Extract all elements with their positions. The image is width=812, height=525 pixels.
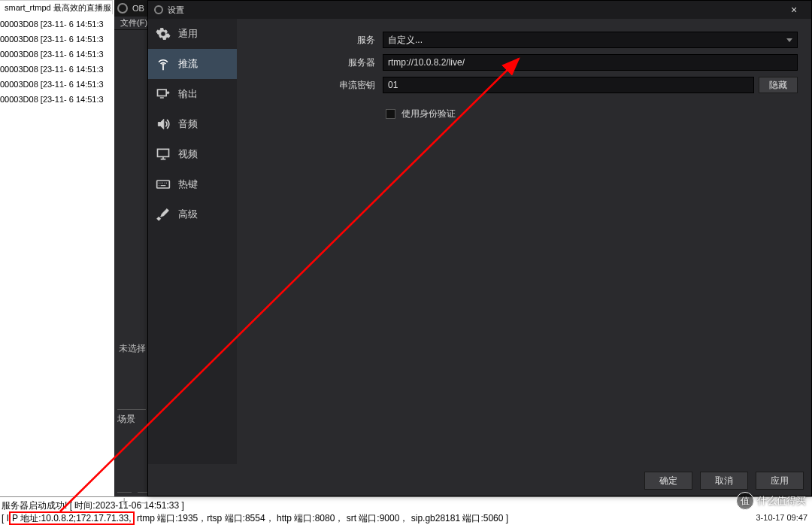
log-line: 00003D08 [23-11- 6 14:51:3 (0, 62, 113, 77)
auth-checkbox-row[interactable]: 使用身份验证 (386, 108, 798, 120)
monitor-icon (156, 147, 171, 162)
sidebar-item-hotkeys[interactable]: 热键 (148, 169, 237, 199)
svg-point-0 (162, 64, 165, 66)
stream-key-label: 串流密钥 (250, 79, 383, 92)
settings-sidebar: 通用 推流 输出 音频 视频 热键 (148, 19, 237, 464)
obs-logo-icon (117, 3, 128, 14)
dialog-titlebar[interactable]: 设置 × (148, 1, 811, 19)
watermark-icon: 值 (736, 492, 754, 510)
server-input[interactable]: rtmp://10.0.8.2/live/ (383, 54, 798, 71)
gear-icon (156, 26, 171, 41)
status-line-2: [ IP 地址:10.0.8.2;172.17.71.33, rtmp 端口:1… (2, 511, 810, 525)
watermark-text: 什么值得买 (757, 494, 806, 508)
log-line: 00003D08 [23-11- 6 14:51:3 (0, 17, 113, 32)
sidebar-item-label: 热键 (178, 178, 198, 191)
output-icon (156, 86, 171, 102)
server-label: 服务器 (250, 56, 383, 69)
watermark: 值 什么值得买 (736, 492, 806, 510)
tools-icon (156, 207, 171, 222)
svg-rect-2 (158, 149, 169, 156)
sidebar-item-label: 高级 (178, 208, 198, 221)
scenes-panel-label: 场景 (117, 409, 146, 426)
sidebar-item-output[interactable]: 输出 (148, 79, 237, 109)
obs-logo-icon (154, 5, 163, 14)
speaker-icon (156, 117, 171, 132)
log-line: 00003D08 [23-11- 6 14:51:3 (0, 92, 113, 107)
add-scene-button[interactable]: + (117, 492, 132, 511)
hide-button[interactable]: 隐藏 (759, 77, 798, 93)
sidebar-item-audio[interactable]: 音频 (148, 109, 237, 139)
log-line: 00003D08 [23-11- 6 14:51:3 (0, 32, 113, 47)
settings-content: 服务 自定义... 服务器 rtmp://10.0.8.2/live/ 串流密钥… (237, 19, 811, 464)
settings-dialog: 设置 × 通用 推流 输出 音频 视频 (147, 0, 812, 496)
log-line: 00003D08 [23-11- 6 14:51:3 (0, 47, 113, 62)
obs-title: OB (132, 4, 144, 13)
antenna-icon (156, 56, 171, 71)
svg-rect-3 (157, 181, 170, 188)
ip-highlight-box: P 地址:10.0.8.2;172.17.71.33, (9, 511, 135, 525)
log-line: 00003D08 [23-11- 6 14:51:3 (0, 77, 113, 92)
sidebar-item-label: 音频 (178, 117, 198, 131)
ok-button[interactable]: 确定 (644, 472, 692, 490)
sidebar-item-label: 通用 (178, 27, 198, 41)
sidebar-item-stream[interactable]: 推流 (148, 49, 237, 79)
keyboard-icon (156, 177, 171, 192)
console-tab[interactable]: smart_rtmpd 最高效的直播服 (0, 0, 113, 14)
apply-button[interactable]: 应用 (756, 472, 804, 490)
dialog-footer: 确定 取消 应用 (644, 472, 804, 490)
sidebar-item-label: 视频 (178, 147, 198, 161)
sidebar-item-label: 输出 (178, 87, 198, 101)
sidebar-item-general[interactable]: 通用 (148, 19, 237, 49)
console-tab-title: smart_rtmpd 最高效的直播服 (5, 2, 111, 14)
sidebar-item-video[interactable]: 视频 (148, 139, 237, 169)
cancel-button[interactable]: 取消 (700, 472, 748, 490)
service-label: 服务 (250, 34, 383, 47)
console-log-area: 00003D08 [23-11- 6 14:51:3 00003D08 [23-… (0, 17, 113, 107)
dialog-title: 设置 (168, 5, 184, 16)
timestamp-remnant: 3-10-17 09:47 (756, 513, 808, 522)
menu-file[interactable]: 文件(F) (120, 17, 147, 29)
scenes-toolbar: + – (117, 492, 151, 511)
svg-rect-1 (158, 90, 167, 96)
auth-checkbox-label: 使用身份验证 (401, 108, 456, 120)
stream-key-input[interactable]: 01 (383, 77, 754, 93)
service-select[interactable]: 自定义... (383, 32, 798, 48)
sidebar-item-advanced[interactable]: 高级 (148, 199, 237, 229)
close-button[interactable]: × (783, 4, 805, 16)
checkbox-icon[interactable] (386, 109, 395, 119)
sidebar-item-label: 推流 (178, 57, 198, 71)
